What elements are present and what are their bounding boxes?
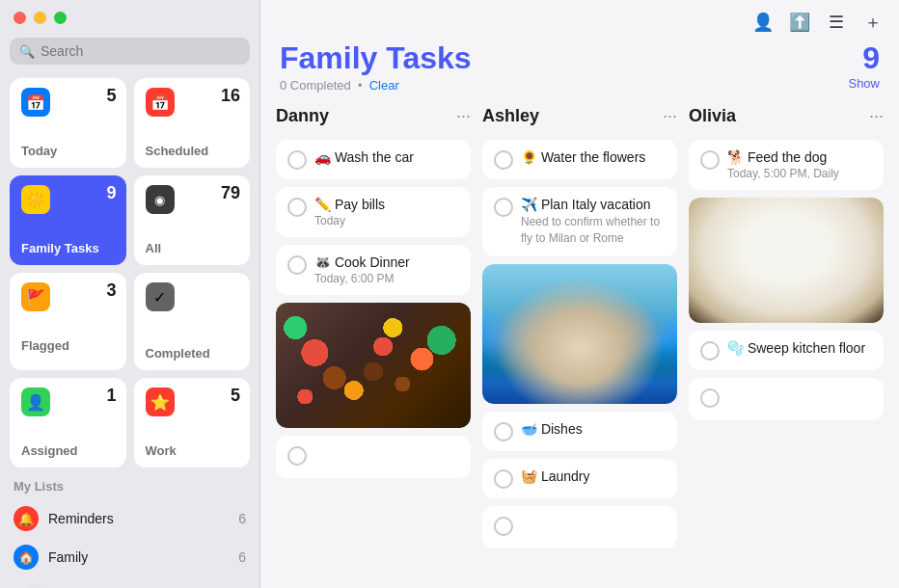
emoji: 🚗 bbox=[314, 149, 331, 165]
scheduled-count: 16 bbox=[221, 86, 240, 106]
my-lists-heading: My Lists bbox=[10, 479, 250, 494]
task-note: Need to confirm whether to fly to Milan … bbox=[521, 214, 666, 247]
danny-header: Danny ··· bbox=[276, 102, 471, 132]
search-bar[interactable]: 🔍 bbox=[10, 38, 250, 65]
olivia-title: Olivia bbox=[689, 106, 736, 126]
person-icon[interactable]: 👤 bbox=[752, 12, 774, 33]
smart-list-completed[interactable]: ✓ Completed bbox=[134, 273, 251, 370]
task-circle[interactable] bbox=[287, 150, 307, 170]
list-item-family[interactable]: 🏠 Family 6 bbox=[10, 538, 250, 576]
list-item-event-planning[interactable]: › 📋 Event Planning bbox=[10, 576, 250, 588]
completed-label: Completed bbox=[146, 346, 239, 361]
task-circle[interactable] bbox=[287, 198, 307, 217]
task-circle[interactable] bbox=[494, 422, 513, 441]
task-pay-bills[interactable]: ✏️ Pay bills Today bbox=[276, 187, 471, 237]
task-feed-dog[interactable]: 🐕 Feed the dog Today, 5:00 PM, Daily bbox=[689, 140, 884, 190]
task-subtitle: Today, 6:00 PM bbox=[314, 272, 459, 285]
task-title: 🚗 Wash the car bbox=[314, 149, 459, 165]
scheduled-icon: 📅 bbox=[146, 88, 175, 117]
task-danny-empty[interactable] bbox=[276, 436, 471, 478]
search-input[interactable] bbox=[41, 43, 240, 59]
family-count: 6 bbox=[238, 549, 246, 565]
task-olivia-empty[interactable] bbox=[689, 378, 884, 420]
list-icon[interactable]: ☰ bbox=[826, 12, 847, 33]
task-title: 🥣 Dishes bbox=[521, 421, 666, 437]
danny-more-icon[interactable]: ··· bbox=[456, 106, 471, 126]
task-water-flowers[interactable]: 🌻 Water the flowers bbox=[482, 140, 677, 179]
task-circle[interactable] bbox=[700, 150, 720, 170]
all-count: 79 bbox=[221, 183, 240, 203]
show-label[interactable]: Show bbox=[848, 76, 880, 91]
show-block: 9 Show bbox=[848, 40, 880, 91]
reminders-label: Reminders bbox=[48, 511, 238, 526]
fullscreen-button[interactable] bbox=[54, 12, 67, 24]
minimize-button[interactable] bbox=[34, 12, 46, 24]
toolbar: 👤 ⬆️ ☰ ＋ bbox=[260, 0, 899, 40]
search-icon: 🔍 bbox=[19, 44, 35, 59]
smart-list-all[interactable]: ◉ 79 All bbox=[134, 175, 251, 265]
task-subtitle: Today, 5:00 PM, Daily bbox=[727, 167, 872, 180]
column-danny: Danny ··· 🚗 Wash the car ✏️ Pay bills To… bbox=[276, 102, 471, 573]
main-content: 👤 ⬆️ ☰ ＋ Family Tasks 0 Completed • Clea… bbox=[260, 0, 899, 588]
add-icon[interactable]: ＋ bbox=[862, 12, 884, 33]
task-title: 🧺 Laundry bbox=[521, 468, 666, 484]
task-circle[interactable] bbox=[494, 517, 513, 536]
family-label: Family bbox=[48, 549, 238, 565]
smart-list-flagged[interactable]: 🚩 3 Flagged bbox=[10, 273, 126, 370]
smart-list-family-tasks[interactable]: ☀️ 9 Family Tasks bbox=[10, 175, 126, 265]
task-dog-image bbox=[689, 198, 884, 323]
list-item-reminders[interactable]: 🔔 Reminders 6 bbox=[10, 499, 250, 538]
smart-list-assigned[interactable]: 👤 1 Assigned bbox=[10, 378, 126, 468]
task-italy-vacation[interactable]: ✈️ Plan Italy vacation Need to confirm w… bbox=[482, 187, 677, 256]
task-title: 🫧 Sweep kitchen floor bbox=[727, 340, 872, 356]
task-wash-car[interactable]: 🚗 Wash the car bbox=[276, 140, 471, 179]
task-circle[interactable] bbox=[494, 150, 513, 170]
smart-list-today[interactable]: 📅 5 Today bbox=[10, 78, 126, 168]
family-tasks-count: 9 bbox=[106, 183, 116, 203]
emoji: 🫧 bbox=[727, 340, 744, 356]
smart-list-work[interactable]: ⭐ 5 Work bbox=[134, 378, 251, 468]
emoji: 🌻 bbox=[521, 149, 537, 165]
task-circle[interactable] bbox=[287, 446, 307, 466]
task-ashley-empty[interactable] bbox=[482, 506, 677, 548]
completed-icon: ✓ bbox=[146, 282, 175, 311]
all-label: All bbox=[146, 241, 239, 255]
completed-line: 0 Completed • Clear bbox=[280, 78, 472, 93]
task-circle[interactable] bbox=[494, 198, 513, 217]
task-title: ✏️ Pay bills bbox=[314, 197, 459, 212]
columns-area: Danny ··· 🚗 Wash the car ✏️ Pay bills To… bbox=[260, 102, 899, 588]
task-content: 🫧 Sweep kitchen floor bbox=[727, 340, 872, 356]
emoji: ✏️ bbox=[314, 197, 331, 212]
task-sweep-floor[interactable]: 🫧 Sweep kitchen floor bbox=[689, 331, 884, 370]
ashley-more-icon[interactable]: ··· bbox=[663, 106, 677, 126]
olivia-more-icon[interactable]: ··· bbox=[869, 106, 884, 126]
main-header: Family Tasks 0 Completed • Clear 9 Show bbox=[260, 40, 899, 102]
task-content: 🌻 Water the flowers bbox=[521, 149, 666, 165]
share-icon[interactable]: ⬆️ bbox=[789, 12, 810, 33]
flagged-count: 3 bbox=[106, 281, 116, 301]
family-icon: 🏠 bbox=[14, 545, 39, 570]
task-dishes[interactable]: 🥣 Dishes bbox=[482, 412, 677, 451]
close-button[interactable] bbox=[14, 12, 26, 24]
emoji: 🥣 bbox=[521, 421, 537, 437]
today-icon: 📅 bbox=[21, 88, 50, 117]
task-circle[interactable] bbox=[494, 469, 513, 489]
task-circle[interactable] bbox=[287, 255, 307, 275]
task-circle[interactable] bbox=[700, 341, 720, 361]
emoji: 🐕 bbox=[727, 149, 744, 165]
task-cook-dinner[interactable]: 🦝 Cook Dinner Today, 6:00 PM bbox=[276, 245, 471, 295]
flagged-label: Flagged bbox=[21, 338, 115, 353]
clear-button[interactable]: Clear bbox=[369, 78, 399, 93]
family-tasks-icon: ☀️ bbox=[21, 185, 50, 214]
work-count: 5 bbox=[231, 386, 240, 406]
traffic-lights bbox=[10, 12, 250, 24]
task-circle[interactable] bbox=[700, 388, 720, 408]
task-subtitle: Today bbox=[314, 214, 459, 227]
emoji: 🧺 bbox=[521, 468, 537, 484]
danny-title: Danny bbox=[276, 106, 329, 126]
show-count: 9 bbox=[848, 40, 880, 76]
dog-photo bbox=[689, 198, 884, 323]
smart-list-scheduled[interactable]: 📅 16 Scheduled bbox=[134, 78, 251, 168]
task-laundry[interactable]: 🧺 Laundry bbox=[482, 459, 677, 498]
completed-text: 0 Completed bbox=[280, 78, 351, 93]
